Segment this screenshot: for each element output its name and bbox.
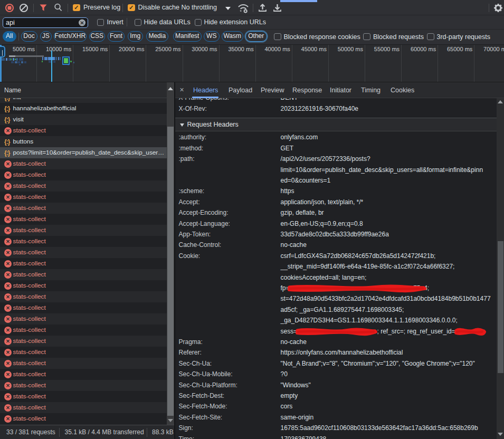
tab-payload[interactable]: Payload <box>229 82 252 98</box>
request-row-stats-collect[interactable]: ✕stats-collect <box>0 413 167 424</box>
preserve-log-label[interactable]: Preserve log <box>83 4 120 11</box>
scroll-down-icon[interactable] <box>498 433 503 436</box>
settings-gear-icon[interactable] <box>493 3 503 13</box>
scroll-up-icon[interactable] <box>498 100 503 103</box>
hide-data-urls-checkbox[interactable] <box>135 19 142 26</box>
request-row-stats-collect[interactable]: ✕stats-collect <box>0 302 167 313</box>
request-row-stats-collect[interactable]: ✕stats-collect <box>0 192 167 203</box>
scrollbar-thumb[interactable] <box>167 127 174 416</box>
request-row-stats-collect[interactable]: ✕stats-collect <box>0 258 167 269</box>
network-conditions-icon[interactable] <box>237 2 251 14</box>
request-row-stats-collect[interactable]: ✕stats-collect <box>0 391 167 402</box>
invert-checkbox[interactable] <box>97 19 104 26</box>
request-headers-section[interactable]: Request Headers <box>175 118 504 131</box>
filter-chip-manifest[interactable]: Manifest <box>173 31 202 42</box>
filter-chip-media[interactable]: Media <box>146 31 168 42</box>
clear-filter-icon[interactable]: ✕ <box>79 19 85 26</box>
filter-chip-wasm[interactable]: Wasm <box>222 31 244 42</box>
request-row-hannahelizabethofficial[interactable]: {:}hannahelizabethofficial <box>0 103 167 114</box>
request-row-stats-collect[interactable]: ✕stats-collect <box>0 225 167 236</box>
request-row-stats-collect[interactable]: ✕stats-collect <box>0 325 167 336</box>
export-har-icon[interactable] <box>273 3 282 12</box>
filter-chip-css[interactable]: CSS <box>89 31 105 42</box>
tab-response[interactable]: Response <box>292 82 322 98</box>
request-row-init[interactable]: {:}init <box>0 98 167 103</box>
third-party-requests-label[interactable]: 3rd-party requests <box>437 33 490 41</box>
request-row-stats-collect[interactable]: ✕stats-collect <box>0 158 167 169</box>
scrollbar-thumb[interactable] <box>498 241 503 373</box>
request-row-stats-collect[interactable]: ✕stats-collect <box>0 313 167 325</box>
toolbar-divider <box>68 4 68 12</box>
request-row-stats-collect[interactable]: ✕stats-collect <box>0 203 167 214</box>
blocked-response-cookies-label[interactable]: Blocked response cookies <box>284 33 360 41</box>
network-overview-strip[interactable]: 5000 ms10000 ms15000 ms20000 ms25000 ms3… <box>0 45 504 82</box>
request-row-stats-collect[interactable]: ✕stats-collect <box>0 380 167 391</box>
request-row-stats-collect[interactable]: ✕stats-collect <box>0 336 167 347</box>
third-party-requests-checkbox[interactable] <box>427 33 434 41</box>
preserve-log-checkbox[interactable]: ✓ <box>73 4 80 12</box>
tab-timing[interactable]: Timing <box>361 82 381 98</box>
request-row-visit[interactable]: {:}visit <box>0 114 167 125</box>
request-row-stats-collect[interactable]: ✕stats-collect <box>0 347 167 358</box>
status-divider <box>59 428 60 437</box>
close-details-icon[interactable]: × <box>180 82 184 98</box>
tab-preview[interactable]: Preview <box>261 82 284 98</box>
filter-chip-fetch-xhr[interactable]: Fetch/XHR <box>54 31 87 42</box>
throttling-dropdown-caret[interactable] <box>225 7 231 10</box>
request-row-buttons[interactable]: {:}buttons <box>0 136 167 147</box>
request-details-pane: × HeadersPayloadPreviewResponseInitiator… <box>175 82 504 439</box>
header-line: __stripe_mid=9df140f6-e64a-419e-85fc-a1c… <box>175 261 497 272</box>
scroll-up-icon[interactable] <box>168 87 173 90</box>
request-row-stats-collect[interactable]: ✕stats-collect <box>0 358 167 369</box>
hide-extension-urls-checkbox[interactable] <box>195 19 202 26</box>
disable-cache-checkbox[interactable]: ✓ <box>128 4 135 12</box>
request-row-posts[interactable]: {:}posts?limit=10&order=publish_date_des… <box>0 147 167 158</box>
filter-chip-font[interactable]: Font <box>108 31 125 42</box>
filter-chip-all[interactable]: All <box>3 31 16 42</box>
tab-initiator[interactable]: Initiator <box>330 82 351 98</box>
request-row-stats-collect[interactable]: ✕stats-collect <box>0 269 167 280</box>
overview-window-left-handle[interactable] <box>0 46 5 58</box>
hide-extension-urls-label[interactable]: Hide extension URLs <box>204 18 266 26</box>
filter-input[interactable]: api ✕ <box>3 17 88 28</box>
filter-chip-doc[interactable]: Doc <box>21 31 37 42</box>
section-collapse-icon[interactable] <box>180 123 184 127</box>
request-name: stats-collect <box>13 302 46 313</box>
blocked-response-cookies-checkbox[interactable] <box>274 33 281 41</box>
blocked-requests-checkbox[interactable] <box>363 33 370 41</box>
name-column-header[interactable]: Name <box>0 82 167 98</box>
overview-gridline <box>328 45 329 82</box>
request-row-stats-collect[interactable]: ✕stats-collect <box>0 247 167 258</box>
search-icon[interactable] <box>53 3 63 12</box>
filter-chip-other[interactable]: Other <box>245 31 268 42</box>
request-row-stats-collect[interactable]: ✕stats-collect <box>0 280 167 291</box>
header-value: csrf=LdfcGX4Sa72db06824c657db26a5d142472… <box>281 251 436 261</box>
request-list-scrollbar[interactable] <box>167 82 174 425</box>
request-row-stats-collect[interactable]: ✕stats-collect <box>0 214 167 225</box>
throttling-select[interactable]: No throttling <box>182 4 217 11</box>
header-value: application/json, text/plain, */* <box>281 197 364 207</box>
disable-cache-label[interactable]: Disable cache <box>138 4 180 11</box>
record-button[interactable] <box>5 3 14 13</box>
hide-data-urls-label[interactable]: Hide data URLs <box>144 18 191 26</box>
request-row-stats-collect[interactable]: ✕stats-collect <box>0 369 167 380</box>
request-row-stats-collect[interactable]: ✕stats-collect <box>0 291 167 302</box>
filter-chip-js[interactable]: JS <box>40 31 52 42</box>
tab-headers[interactable]: Headers <box>193 82 218 98</box>
request-row-stats-collect[interactable]: ✕stats-collect <box>0 169 167 180</box>
clear-button[interactable] <box>19 3 28 13</box>
request-row-stats-collect[interactable]: ✕stats-collect <box>0 236 167 247</box>
request-row-stats-collect[interactable]: ✕stats-collect <box>0 180 167 192</box>
filter-icon[interactable] <box>39 4 47 12</box>
invert-label[interactable]: Invert <box>107 18 123 26</box>
blocked-requests-label[interactable]: Blocked requests <box>373 33 424 41</box>
tab-cookies[interactable]: Cookies <box>391 82 414 98</box>
request-name: stats-collect <box>13 325 46 336</box>
import-har-icon[interactable] <box>258 3 267 12</box>
scroll-down-icon[interactable] <box>168 419 173 422</box>
request-row-stats-collect[interactable]: ✕stats-collect <box>0 402 167 413</box>
filter-chip-ws[interactable]: WS <box>204 31 220 42</box>
request-row-stats-collect[interactable]: ✕stats-collect <box>0 125 167 136</box>
filter-chip-img[interactable]: Img <box>128 31 143 42</box>
details-scrollbar[interactable] <box>497 98 504 439</box>
